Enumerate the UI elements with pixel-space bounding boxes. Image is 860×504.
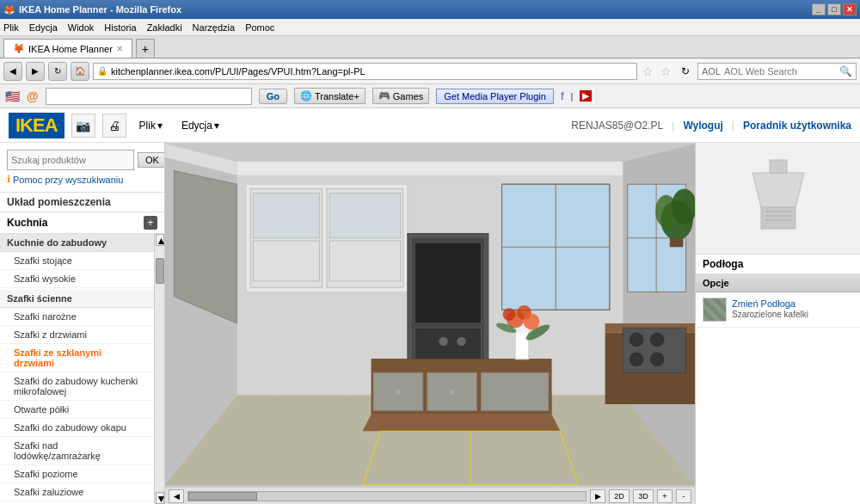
tab-ikea[interactable]: 🦊 IKEA Home Planner ✕ xyxy=(3,39,132,58)
cat-item-narozne[interactable]: Szafki narożne xyxy=(0,308,154,326)
app-menu: Plik ▾ Edycja ▾ xyxy=(133,115,225,136)
cat-item-lodowke[interactable]: Szafki nad lodówkę/zamrażarkę xyxy=(0,437,154,465)
photo-button[interactable]: 📷 xyxy=(71,114,95,138)
search-input[interactable] xyxy=(724,66,836,77)
menu-historia[interactable]: Historia xyxy=(104,22,136,33)
cat-item-zaluziowe[interactable]: Szafki zaluziowe xyxy=(0,483,154,501)
menu-pomoc[interactable]: Pomoc xyxy=(245,22,274,33)
guide-link[interactable]: Poradnik użytkownika xyxy=(743,120,851,132)
svg-rect-64 xyxy=(761,207,796,229)
svg-point-54 xyxy=(503,308,516,321)
search-go-button[interactable]: 🔍 xyxy=(839,65,852,77)
facebook-icon[interactable]: f xyxy=(561,89,564,102)
cat-item-drzwiami[interactable]: Szafki z drzwiami xyxy=(0,326,154,344)
translate-button[interactable]: 🌐 Translate+ xyxy=(294,88,366,104)
reload-button[interactable]: ↻ xyxy=(677,63,694,80)
cat-item-okapu[interactable]: Szafki do zabudowy okapu xyxy=(0,419,154,437)
cat-item-wysokie[interactable]: Szafki wysokie xyxy=(0,270,154,288)
room-section-label: Układ pomieszczenia xyxy=(7,196,111,208)
ctrl-zoom-in-button[interactable]: + xyxy=(657,489,673,503)
svg-rect-68 xyxy=(770,160,787,173)
go-button[interactable]: Go xyxy=(259,89,287,104)
user-email: RENJAS85@O2.PL xyxy=(571,120,663,132)
menu-widok[interactable]: Widok xyxy=(68,22,95,33)
option-preview-floor xyxy=(703,298,727,322)
h-scroll-thumb[interactable] xyxy=(188,492,257,501)
horizontal-scrollbar[interactable] xyxy=(187,491,587,501)
canvas-area[interactable]: ◀ ▶ 2D 3D + - xyxy=(165,143,695,504)
maximize-button[interactable]: □ xyxy=(827,3,841,15)
svg-point-22 xyxy=(439,337,447,346)
close-button[interactable]: ✕ xyxy=(843,3,857,15)
scroll-down-button[interactable]: ▼ xyxy=(156,492,164,504)
svg-rect-15 xyxy=(329,194,400,238)
title-bar-controls: _ □ ✕ xyxy=(812,3,857,15)
ctrl-3d-button[interactable]: 3D xyxy=(633,489,654,503)
cat-item-szklanymi[interactable]: Szafki ze szklanymi drzwiami xyxy=(0,344,154,372)
home-button[interactable]: 🏠 xyxy=(71,62,89,81)
translate-label: Translate+ xyxy=(315,91,359,101)
scroll-up-button[interactable]: ▲ xyxy=(156,234,164,246)
menu-plik[interactable]: Plik xyxy=(3,22,19,33)
cat-item-poziome[interactable]: Szafki poziome xyxy=(0,465,154,483)
option-main-text: Zmień Podłoga xyxy=(732,298,808,310)
scroll-thumb[interactable] xyxy=(156,258,164,284)
cat-item-stojace[interactable]: Szafki stojące xyxy=(0,252,154,270)
menu-narzedzia[interactable]: Narzędzia xyxy=(193,22,236,33)
media-plugin-button[interactable]: Get Media Player Plugin xyxy=(436,89,554,104)
app-menu-edycja[interactable]: Edycja ▾ xyxy=(175,115,225,136)
ctrl-right-button[interactable]: ▶ xyxy=(590,489,605,503)
back-button[interactable]: ◀ xyxy=(3,62,22,81)
forward-button[interactable]: ▶ xyxy=(26,62,45,81)
menu-edycja[interactable]: Edycja xyxy=(29,22,58,33)
tab-icon: 🦊 xyxy=(13,43,25,54)
edycja-dropdown-icon: ▾ xyxy=(214,120,219,132)
panel-section-title: Podłoga xyxy=(696,255,860,274)
url-display[interactable]: kitchenplanner.ikea.com/PL/UI/Pages/VPUI… xyxy=(111,66,366,77)
product-search-input[interactable] xyxy=(7,150,134,170)
refresh-button[interactable]: ↻ xyxy=(48,62,67,81)
games-icon: 🎮 xyxy=(378,90,390,101)
cat-subheader-scienne: Szafki ścienne xyxy=(0,290,154,308)
window-title: IKEA Home Planner - Mozilla Firefox xyxy=(19,4,181,15)
ikea-logo: IKEA xyxy=(9,113,64,138)
separator: | xyxy=(571,91,574,101)
title-bar: 🦊 IKEA Home Planner - Mozilla Firefox _ … xyxy=(0,0,860,19)
preview-area xyxy=(696,143,860,255)
new-tab-button[interactable]: + xyxy=(136,39,155,58)
search-box-area: AOL 🔍 xyxy=(697,63,857,80)
app-menu-plik-label: Plik xyxy=(139,120,156,132)
menu-zakladki[interactable]: Zakładki xyxy=(147,22,182,33)
youtube-icon[interactable]: ▶ xyxy=(580,90,592,101)
print-button[interactable]: 🖨 xyxy=(102,114,126,138)
title-bar-left: 🦊 IKEA Home Planner - Mozilla Firefox xyxy=(3,4,181,15)
tab-close-icon[interactable]: ✕ xyxy=(116,44,123,53)
svg-marker-63 xyxy=(752,173,804,207)
logout-link[interactable]: Wyloguj xyxy=(683,120,722,132)
bookmark-star2-icon[interactable]: ☆ xyxy=(660,65,672,78)
app-menu-plik[interactable]: Plik ▾ xyxy=(133,115,169,136)
cat-item-mikrofalowej[interactable]: Szafki do zabudowy kuchenki mikrofalowej xyxy=(0,372,154,401)
minimize-button[interactable]: _ xyxy=(812,3,826,15)
cat-main-label: Kuchnie do zabudowy xyxy=(7,237,107,248)
toolbar-search-input[interactable] xyxy=(46,88,252,105)
tab-label: IKEA Home Planner xyxy=(28,44,113,54)
site-icon: 🔒 xyxy=(97,66,108,76)
kitchen-svg xyxy=(165,143,695,504)
bookmark-star-icon[interactable]: ☆ xyxy=(642,65,654,78)
ctrl-left-button[interactable]: ◀ xyxy=(169,489,184,503)
ctrl-2d-button[interactable]: 2D xyxy=(609,489,630,503)
print-icon: 🖨 xyxy=(108,119,120,132)
option-item-floor[interactable]: Zmień Podłoga Szarozielone kafelki xyxy=(696,292,860,328)
aol-label: AOL xyxy=(702,66,721,77)
games-button[interactable]: 🎮 Games xyxy=(372,88,429,104)
ctrl-zoom-out-button[interactable]: - xyxy=(676,489,691,503)
photo-icon: 📷 xyxy=(76,119,90,132)
cat-item-polki[interactable]: Otwarte półki xyxy=(0,401,154,419)
separator-1: | xyxy=(672,120,674,132)
scrollbar[interactable]: ▲ ▼ xyxy=(154,234,164,504)
svg-rect-39 xyxy=(396,390,400,394)
ok-button[interactable]: OK xyxy=(138,152,165,168)
help-link[interactable]: ℹ Pomoc przy wyszukiwaniu xyxy=(7,174,157,185)
add-room-button[interactable]: + xyxy=(144,216,157,230)
